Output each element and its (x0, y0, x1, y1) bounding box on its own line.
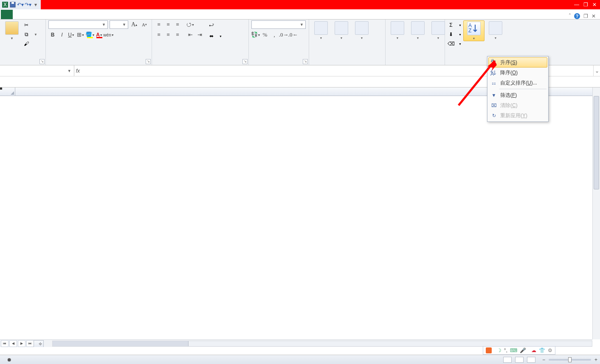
bold-button[interactable]: B (48, 31, 57, 39)
decrease-indent-icon[interactable]: ⇤ (186, 31, 194, 39)
restore-button[interactable]: ❐ (583, 2, 588, 8)
sheet-nav-next-icon[interactable]: ▶ (18, 340, 25, 347)
find-select-button[interactable]: ▼ (486, 20, 505, 40)
number-format-combo[interactable]: ▼ (251, 20, 306, 29)
macro-record-icon[interactable]: ⏺ (7, 357, 12, 363)
zoom-slider[interactable] (549, 359, 591, 361)
minimize-button[interactable]: — (574, 2, 579, 8)
zoom-in-icon[interactable]: + (594, 357, 597, 363)
ime-cloud-icon[interactable]: ☁ (531, 347, 536, 353)
accounting-format-icon[interactable]: 💱▼ (251, 31, 260, 39)
format-as-table-button[interactable]: ▼ (332, 20, 351, 40)
window-controls: — ❐ ✕ (574, 2, 600, 8)
dialog-launcher-icon[interactable]: ↘ (146, 59, 151, 64)
merge-center-button[interactable]: ⬌▼ (208, 31, 222, 41)
align-top-icon[interactable]: ≡ (155, 20, 163, 29)
name-box-input[interactable] (3, 68, 66, 74)
align-bottom-icon[interactable]: ≡ (173, 20, 182, 29)
menu-sort-descending[interactable]: ZA 降序(O) (488, 68, 547, 78)
paste-button[interactable]: ▼ (3, 20, 21, 41)
ime-keyboard-icon[interactable]: ⌨ (510, 347, 517, 353)
expand-formula-bar-icon[interactable]: ⌄ (593, 65, 600, 76)
ime-toolbar[interactable]: ☽ °, ⌨ 🎤 ☁ 👕 ⚙ (483, 346, 555, 355)
fx-icon[interactable]: fx (76, 68, 80, 74)
doc-close-icon[interactable]: ✕ (592, 13, 596, 19)
view-normal-icon[interactable] (503, 357, 512, 363)
format-painter-button[interactable]: 🖌 (23, 39, 37, 48)
font-size-combo[interactable]: ▼ (110, 20, 128, 29)
copy-button[interactable]: ⧉▼ (23, 30, 37, 39)
increase-indent-icon[interactable]: ⇥ (195, 31, 204, 39)
quick-access-toolbar: X ↶▾ ↷▾ ▾ (0, 0, 41, 9)
underline-button[interactable]: U▼ (67, 31, 76, 39)
insert-cells-button[interactable]: ▼ (388, 20, 407, 40)
sheet-nav-last-icon[interactable]: ⏭ (26, 340, 34, 347)
doc-restore-icon[interactable]: ❐ (583, 13, 588, 19)
qat-customize-icon[interactable]: ▾ (32, 1, 39, 8)
italic-button[interactable]: I (58, 31, 66, 39)
vertical-scrollbar[interactable] (592, 87, 600, 339)
sheet-tab-bar: ⏮ ◀ ▶ ⏭ ✧ (0, 340, 44, 347)
close-button[interactable]: ✕ (592, 2, 597, 8)
align-middle-icon[interactable]: ≡ (164, 20, 172, 29)
fill-button[interactable]: ⬇▼ (448, 30, 462, 39)
save-icon[interactable] (9, 1, 16, 8)
worksheet-grid[interactable]: ⏮ ◀ ▶ ⏭ ✧ (0, 87, 600, 347)
decrease-decimal-icon[interactable]: .0← (289, 31, 297, 39)
select-all-corner[interactable] (0, 87, 15, 96)
autosum-button[interactable]: Σ▼ (448, 20, 462, 30)
view-page-break-icon[interactable] (527, 357, 535, 363)
dialog-launcher-icon[interactable]: ↘ (39, 59, 45, 64)
ime-mic-icon[interactable]: 🎤 (520, 347, 526, 353)
scroll-thumb[interactable] (53, 341, 189, 346)
increase-decimal-icon[interactable]: .0→ (279, 31, 288, 39)
scroll-thumb[interactable] (594, 96, 599, 189)
grid-rows[interactable] (0, 96, 592, 339)
undo-icon[interactable]: ↶▾ (17, 1, 24, 8)
tab-file[interactable] (1, 10, 13, 19)
horizontal-scrollbar[interactable] (52, 341, 592, 347)
delete-cells-button[interactable]: ▼ (408, 20, 427, 40)
ime-logo-icon[interactable] (486, 347, 492, 353)
phonetic-button[interactable]: wén▼ (104, 31, 113, 39)
dialog-launcher-icon[interactable]: ↘ (242, 59, 248, 64)
minimize-ribbon-icon[interactable]: ˆ (569, 13, 571, 19)
conditional-formatting-button[interactable]: ▼ (312, 20, 330, 40)
sheet-nav-first-icon[interactable]: ⏮ (1, 340, 8, 347)
percent-icon[interactable]: % (261, 31, 269, 39)
ime-punct-icon[interactable]: °, (504, 347, 507, 353)
clear-button[interactable]: ⌫▼ (448, 39, 462, 48)
sort-filter-button[interactable]: AZ ▼ (463, 20, 485, 41)
menu-reapply: ↻ 重新应用(Y) (488, 110, 547, 121)
align-left-icon[interactable]: ≡ (155, 31, 163, 39)
font-name-combo[interactable]: ▼ (48, 20, 108, 29)
fill-color-button[interactable]: 🪣▼ (86, 31, 94, 39)
cell-styles-button[interactable]: ▼ (352, 20, 371, 40)
border-button[interactable]: ⊞▼ (76, 31, 85, 39)
decrease-font-icon[interactable]: A▾ (140, 20, 149, 29)
ime-moon-icon[interactable]: ☽ (497, 347, 501, 353)
zoom-thumb[interactable] (568, 357, 572, 362)
wrap-text-button[interactable]: ⮐ (208, 20, 222, 30)
align-center-icon[interactable]: ≡ (164, 31, 172, 39)
redo-icon[interactable]: ↷▾ (25, 1, 31, 8)
font-color-button[interactable]: A▼ (95, 31, 104, 39)
dialog-launcher-icon[interactable]: ↘ (303, 59, 308, 64)
comma-icon[interactable]: , (270, 31, 279, 39)
menu-filter[interactable]: ▼ 筛选(F) (488, 90, 547, 100)
ime-settings-icon[interactable]: ⚙ (548, 347, 552, 353)
ime-skin-icon[interactable]: 👕 (539, 347, 545, 353)
view-page-layout-icon[interactable] (515, 357, 524, 363)
menu-custom-sort[interactable]: ⚏ 自定义排序(U)... (488, 78, 547, 88)
new-sheet-button[interactable]: ✧ (34, 340, 44, 347)
help-icon[interactable]: ? (574, 13, 580, 19)
increase-font-icon[interactable]: A▴ (130, 20, 138, 29)
menu-sort-ascending[interactable]: AZ 升序(S) (488, 57, 547, 68)
sheet-nav-prev-icon[interactable]: ◀ (9, 340, 17, 347)
cut-button[interactable]: ✂ (23, 20, 37, 30)
name-box[interactable]: ▼ (0, 65, 74, 76)
zoom-out-icon[interactable]: − (542, 357, 545, 363)
orientation-icon[interactable]: ⭯▼ (186, 20, 194, 29)
align-right-icon[interactable]: ≡ (173, 31, 182, 39)
fill-down-icon: ⬇ (448, 31, 454, 38)
